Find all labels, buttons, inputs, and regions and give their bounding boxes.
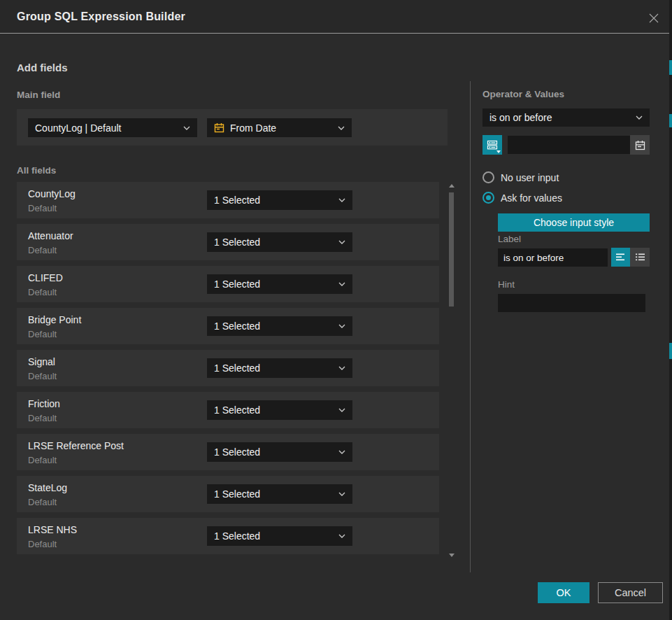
field-row: Friction Default 1 Selected (17, 392, 439, 428)
dialog-titlebar: Group SQL Expression Builder (0, 0, 669, 34)
main-date-field-select[interactable]: From Date (207, 118, 352, 137)
field-row: StateLog Default 1 Selected (17, 476, 439, 512)
operator-select-value: is on or before (489, 112, 552, 123)
field-sublabel: Default (28, 413, 57, 423)
field-row: CLIFED Default 1 Selected (17, 266, 439, 302)
stacked-values-icon (487, 140, 498, 150)
edge-accent-segment (669, 114, 672, 127)
operator-values-heading: Operator & Values (482, 89, 564, 99)
radio-label: Ask for values (501, 192, 562, 204)
field-sublabel: Default (28, 329, 57, 339)
bulleted-list-icon (635, 253, 645, 262)
chevron-down-icon (338, 240, 345, 244)
chevron-down-icon (338, 408, 345, 412)
chevron-down-icon (636, 115, 643, 120)
field-values-select-value: 1 Selected (214, 279, 260, 290)
field-values-select-value: 1 Selected (214, 320, 260, 332)
radio-label: No user input (501, 172, 559, 183)
underlying-app-edge (669, 0, 672, 620)
calendar-icon-amber (214, 122, 224, 133)
field-name: LRSE Reference Post (28, 440, 124, 451)
scrollbar-thumb[interactable] (449, 192, 454, 307)
field-values-select[interactable]: 1 Selected (207, 316, 352, 336)
scrollbar-down-arrow[interactable] (449, 554, 455, 557)
radio-icon (482, 171, 494, 183)
edge-accent-segment (669, 343, 672, 359)
field-row: Signal Default 1 Selected (17, 350, 439, 386)
field-values-select[interactable]: 1 Selected (207, 232, 352, 252)
field-values-select-value: 1 Selected (214, 362, 260, 374)
main-field-row: CountyLog | Default From Date (17, 109, 448, 146)
field-sublabel: Default (28, 287, 57, 297)
chevron-down-icon (183, 126, 190, 130)
chevron-down-icon (338, 324, 345, 328)
radio-ask-for-values[interactable]: Ask for values (482, 192, 562, 204)
field-values-select[interactable]: 1 Selected (207, 484, 352, 504)
field-name: Signal (28, 356, 55, 367)
field-values-select[interactable]: 1 Selected (207, 442, 352, 462)
input-style-textbox-button[interactable] (611, 248, 630, 267)
scrollbar-up-arrow[interactable] (449, 184, 455, 188)
input-style-list-button[interactable] (630, 248, 650, 267)
field-values-select[interactable]: 1 Selected (207, 190, 352, 210)
value-type-button[interactable] (482, 135, 502, 155)
label-input[interactable] (498, 248, 608, 267)
field-name: Bridge Point (28, 314, 81, 325)
chevron-down-icon (338, 492, 345, 496)
field-row: CountyLog Default 1 Selected (17, 182, 439, 218)
field-name: Friction (28, 398, 60, 409)
field-sublabel: Default (28, 203, 57, 213)
operator-select[interactable]: is on or before (482, 108, 650, 127)
field-values-select-value: 1 Selected (214, 488, 260, 500)
main-date-field-value: From Date (230, 122, 276, 134)
field-values-select-value: 1 Selected (214, 530, 260, 542)
field-values-select-value: 1 Selected (214, 195, 260, 206)
radio-selected-icon (482, 192, 494, 204)
field-values-select[interactable]: 1 Selected (207, 358, 352, 378)
choose-input-style-button[interactable]: Choose input style (498, 213, 650, 232)
cancel-button[interactable]: Cancel (598, 582, 663, 603)
close-icon[interactable] (647, 11, 661, 25)
field-values-select-value: 1 Selected (214, 404, 260, 416)
main-layer-select[interactable]: CountyLog | Default (28, 118, 197, 137)
field-sublabel: Default (28, 539, 57, 549)
value-input[interactable] (508, 136, 630, 154)
group-sql-expression-builder-dialog: Group SQL Expression Builder Add fields … (0, 0, 672, 620)
all-fields-list: CountyLog Default 1 Selected Attenuator … (17, 182, 439, 560)
field-row: Bridge Point Default 1 Selected (17, 308, 439, 344)
calendar-icon (635, 140, 645, 150)
field-sublabel: Default (28, 455, 57, 465)
hint-input[interactable] (498, 294, 645, 312)
field-name: CLIFED (28, 272, 63, 283)
edge-accent-segment (669, 60, 672, 75)
ok-button[interactable]: OK (538, 582, 589, 603)
main-field-label: Main field (17, 90, 60, 100)
field-values-select-value: 1 Selected (214, 446, 260, 458)
field-name: LRSE NHS (28, 524, 77, 535)
field-values-select[interactable]: 1 Selected (207, 400, 352, 420)
field-name: Attenuator (28, 230, 73, 241)
field-name: CountyLog (28, 188, 76, 199)
field-name: StateLog (28, 482, 67, 493)
add-fields-heading: Add fields (17, 62, 68, 73)
field-row: Attenuator Default 1 Selected (17, 224, 439, 260)
field-values-select[interactable]: 1 Selected (207, 274, 352, 294)
field-sublabel: Default (28, 371, 57, 381)
chevron-down-icon (338, 450, 345, 454)
field-values-select[interactable]: 1 Selected (207, 526, 352, 546)
chevron-down-icon (338, 534, 345, 538)
align-left-icon (615, 253, 626, 262)
date-picker-button[interactable] (630, 135, 650, 155)
chevron-down-icon (338, 282, 345, 286)
main-layer-select-value: CountyLog | Default (35, 122, 122, 134)
chevron-down-icon (338, 198, 345, 202)
field-row: LRSE NHS Default 1 Selected (17, 518, 439, 554)
radio-no-user-input[interactable]: No user input (482, 171, 559, 183)
field-sublabel: Default (28, 245, 57, 255)
hint-field-label: Hint (498, 279, 515, 290)
label-field-label: Label (498, 234, 521, 244)
corner-caret-icon (496, 150, 501, 153)
chevron-down-icon (338, 126, 345, 130)
field-row: LRSE Reference Post Default 1 Selected (17, 434, 439, 470)
field-values-select-value: 1 Selected (214, 237, 260, 248)
